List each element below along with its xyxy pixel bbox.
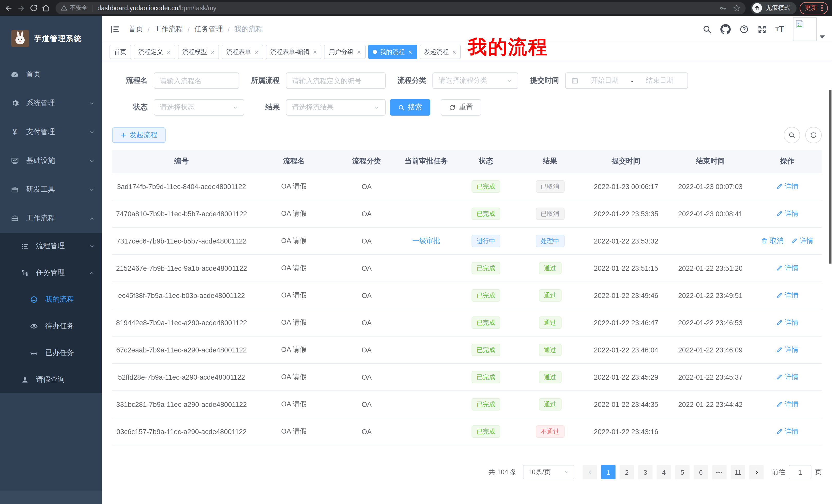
show-search-button[interactable] <box>784 127 800 143</box>
tab-home[interactable]: 首页 <box>109 45 131 59</box>
detail-link[interactable]: 详情 <box>776 209 799 218</box>
cell-task <box>396 418 456 445</box>
reset-button[interactable]: 重置 <box>441 99 481 116</box>
detail-link[interactable]: 详情 <box>776 182 799 191</box>
tab-process-model[interactable]: 流程模型× <box>178 45 219 59</box>
sidebar-item-leave-query[interactable]: 请假查询 <box>0 366 102 393</box>
close-icon[interactable]: × <box>255 49 258 55</box>
fullscreen-icon[interactable] <box>757 25 767 34</box>
github-icon[interactable] <box>721 24 731 34</box>
page-button[interactable]: 3 <box>638 465 653 479</box>
edit-icon <box>776 346 783 353</box>
detail-link[interactable]: 详情 <box>776 263 799 273</box>
address-bar[interactable]: 不安全 dashboard.yudao.iocoder.cn/bpm/task/… <box>55 2 746 14</box>
detail-link[interactable]: 详情 <box>776 345 799 355</box>
reload-icon[interactable] <box>29 3 38 12</box>
close-icon[interactable]: × <box>211 49 214 55</box>
breadcrumb-item[interactable]: 工作流程 <box>154 25 183 34</box>
tab-user-group[interactable]: 用户分组× <box>324 45 366 59</box>
key-icon[interactable] <box>719 4 727 11</box>
chevron-up-icon <box>89 270 95 276</box>
browser-menu-icon[interactable] <box>821 5 823 11</box>
tab-process-form-edit[interactable]: 流程表单-编辑× <box>266 45 322 59</box>
result-select[interactable]: 请选择流结果 <box>286 99 386 116</box>
font-size-icon[interactable]: TT <box>775 24 784 34</box>
close-icon[interactable]: × <box>452 49 456 55</box>
sidebar-item-infrastructure[interactable]: 基础设施 <box>0 146 102 175</box>
flow-nodes-icon <box>21 269 29 277</box>
status-select[interactable]: 请选择状态 <box>154 99 244 116</box>
detail-link[interactable]: 详情 <box>776 318 799 327</box>
scrollbar-thumb[interactable] <box>829 90 831 263</box>
breadcrumb-item[interactable]: 首页 <box>129 25 143 34</box>
process-name-input[interactable] <box>154 73 239 89</box>
category-select[interactable]: 请选择流程分类 <box>433 73 518 89</box>
close-icon[interactable]: × <box>313 49 317 55</box>
user-menu[interactable] <box>793 18 825 41</box>
cell-name: OA 请假 <box>251 336 337 363</box>
calendar-icon <box>571 77 578 84</box>
page-button[interactable]: 6 <box>694 465 708 479</box>
search-icon[interactable] <box>702 25 712 34</box>
help-icon[interactable] <box>739 25 749 34</box>
detail-link[interactable]: 详情 <box>776 291 799 300</box>
breadcrumb-item[interactable]: 任务管理 <box>194 25 223 34</box>
close-icon[interactable]: × <box>408 49 412 55</box>
page-button[interactable]: 5 <box>675 465 690 479</box>
browser-toolbar: 不安全 dashboard.yudao.iocoder.cn/bpm/task/… <box>0 0 832 16</box>
sidebar-item-my-process[interactable]: 我的流程 <box>0 286 102 313</box>
back-icon[interactable] <box>4 3 14 12</box>
home-icon[interactable] <box>41 3 50 12</box>
screen: 不安全 dashboard.yudao.iocoder.cn/bpm/task/… <box>0 0 832 504</box>
page-button[interactable]: 2 <box>620 465 634 479</box>
caret-down-icon[interactable] <box>820 35 825 39</box>
close-icon[interactable]: × <box>357 49 361 55</box>
prev-page-button[interactable] <box>582 465 597 479</box>
tab-start-process[interactable]: 发起流程× <box>419 45 461 59</box>
browser-update-button[interactable]: 更新 <box>800 2 828 14</box>
filter-label-category: 流程分类 <box>386 76 433 85</box>
sidebar-item-done-tasks[interactable]: 已办任务 <box>0 340 102 366</box>
detail-link[interactable]: 详情 <box>776 400 799 409</box>
search-button[interactable]: 搜索 <box>390 99 431 116</box>
security-status[interactable]: 不安全 <box>61 4 88 12</box>
app-logo[interactable]: 芋道管理系统 <box>0 16 102 55</box>
cell-name: OA 请假 <box>251 173 337 200</box>
page-button[interactable]: 11 <box>731 465 745 479</box>
tab-my-process[interactable]: 我的流程× <box>368 45 417 59</box>
avatar[interactable] <box>793 18 816 41</box>
page-button[interactable]: 4 <box>657 465 671 479</box>
submit-time-range-picker[interactable]: 开始日期 - 结束日期 <box>565 73 688 89</box>
detail-link[interactable]: 详情 <box>791 236 813 246</box>
sidebar-footer[interactable] <box>0 491 102 504</box>
sidebar-item-process-management[interactable]: 流程管理 <box>0 233 102 259</box>
sidebar-item-system[interactable]: 系统管理 <box>0 89 102 118</box>
close-icon[interactable]: × <box>166 49 171 55</box>
refresh-button[interactable] <box>805 127 822 143</box>
sidebar-item-todo-tasks[interactable]: 待办任务 <box>0 313 102 340</box>
tab-process-definition[interactable]: 流程定义× <box>134 45 175 59</box>
page-size-select[interactable]: 10条/页 <box>523 465 574 479</box>
detail-link[interactable]: 详情 <box>776 372 799 382</box>
sidebar-item-devtools[interactable]: 研发工具 <box>0 175 102 204</box>
current-task-link[interactable]: 一级审批 <box>412 237 440 245</box>
sidebar-item-home[interactable]: 首页 <box>0 60 102 89</box>
process-def-input[interactable] <box>286 73 386 89</box>
forward-icon[interactable] <box>17 3 26 12</box>
create-process-button[interactable]: 发起流程 <box>112 128 165 143</box>
detail-link[interactable]: 详情 <box>776 427 799 436</box>
breadcrumb-current: 我的流程 <box>234 25 263 34</box>
cell-id: 3ad174fb-7b9d-11ec-8404-acde48001122 <box>112 173 251 200</box>
sidebar-item-task-management[interactable]: 任务管理 <box>0 259 102 286</box>
more-pages-button[interactable]: ••• <box>712 465 727 479</box>
bookmark-star-icon[interactable] <box>733 4 740 12</box>
goto-page-input[interactable] <box>789 465 811 479</box>
tab-process-form[interactable]: 流程表单× <box>222 45 263 59</box>
sidebar-item-workflow[interactable]: 工作流程 <box>0 204 102 233</box>
cancel-link[interactable]: 取消 <box>761 236 784 246</box>
sidebar-item-payment[interactable]: ¥ 支付管理 <box>0 118 102 146</box>
page-button[interactable]: 1 <box>601 465 616 479</box>
hamburger-icon[interactable] <box>110 24 120 34</box>
next-page-button[interactable] <box>749 465 763 479</box>
edit-icon <box>776 428 783 435</box>
